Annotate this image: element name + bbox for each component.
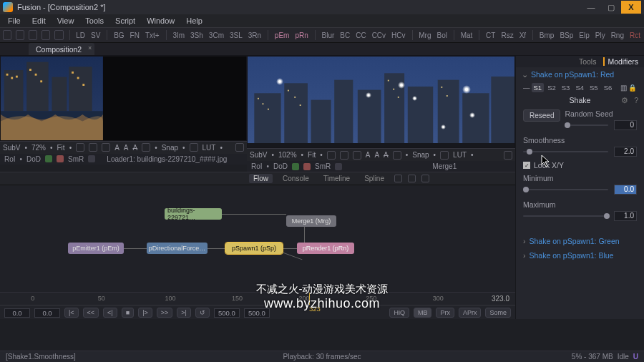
snap-s2[interactable]: S2 — [545, 83, 558, 92]
first-frame-button[interactable]: |< — [64, 308, 79, 318]
tool-xf[interactable]: Xf — [519, 31, 527, 39]
tool-txt[interactable]: Txt+ — [145, 31, 160, 39]
tool-fn[interactable]: FN — [130, 31, 140, 39]
random-seed-slider[interactable] — [565, 124, 608, 126]
menu-script[interactable]: Script — [110, 16, 140, 25]
help-icon[interactable]: ? — [634, 96, 638, 104]
tool-icon[interactable] — [16, 30, 24, 40]
tool-icon[interactable] — [393, 151, 401, 160]
snap-s5[interactable]: S5 — [587, 83, 600, 92]
menu-edit[interactable]: Edit — [27, 16, 51, 25]
node-merge[interactable]: Merge1 (Mrg) — [286, 215, 336, 227]
node-buildings[interactable]: buildings-229721… — [165, 208, 222, 220]
tool-icon[interactable] — [440, 151, 449, 160]
flow-panel[interactable]: buildings-229721… Merge1 (Mrg) pEmitter1… — [0, 185, 515, 292]
tool-rng[interactable]: Rng — [610, 31, 625, 39]
tool-icon[interactable] — [190, 143, 198, 152]
modifier-link-green[interactable]: Shake on pSpawn1: Green — [516, 234, 644, 248]
close-icon[interactable]: × — [88, 44, 92, 52]
range-end-input[interactable]: 500.0 — [244, 308, 270, 318]
menu-tools[interactable]: Tools — [80, 16, 109, 25]
options-icon[interactable] — [504, 151, 512, 160]
tool-icon[interactable] — [3, 30, 11, 40]
tool-bmp[interactable]: Bmp — [539, 31, 555, 39]
stop-button[interactable]: ■ — [122, 308, 134, 318]
paint-icon[interactable] — [353, 151, 361, 160]
tool-3sh[interactable]: 3Sh — [190, 31, 204, 39]
tool-icon[interactable] — [42, 30, 50, 40]
smr-button[interactable]: SmR — [315, 162, 331, 170]
tool-bg[interactable]: BG — [113, 31, 125, 39]
timeline-ruler[interactable]: 0 50 100 150 200 250 300 323 323.0 — [0, 293, 515, 305]
play-button[interactable]: |> — [138, 308, 152, 318]
modifier-header[interactable]: Shake on pSpawn1: Red — [516, 67, 644, 82]
polyline-icon[interactable] — [76, 143, 84, 152]
aprx-button[interactable]: APrx — [459, 308, 482, 318]
document-tab[interactable]: Composition2 × — [29, 43, 94, 55]
panel-icon[interactable] — [421, 175, 429, 182]
tool-cc[interactable]: CC — [355, 31, 366, 39]
roi-button[interactable]: RoI — [251, 162, 263, 170]
maximum-value[interactable]: 1.0 — [614, 211, 637, 221]
smr-button[interactable]: SmR — [68, 155, 84, 163]
rect-icon[interactable] — [340, 151, 348, 160]
channel-swatch[interactable] — [57, 155, 64, 162]
panel-icon[interactable] — [408, 175, 416, 182]
options-icon[interactable] — [235, 143, 244, 152]
channel-swatch[interactable] — [303, 163, 311, 170]
hiq-button[interactable]: HiQ — [389, 308, 409, 318]
subv-button[interactable]: SubV — [250, 151, 267, 159]
tool-hcv[interactable]: HCv — [391, 31, 406, 39]
viewer-left[interactable] — [0, 56, 247, 141]
tool-3sl[interactable]: 3SL — [229, 31, 243, 39]
viewer-right[interactable] — [247, 56, 515, 148]
dod-button[interactable]: DoD — [26, 155, 41, 163]
tab-timeline[interactable]: Timeline — [319, 174, 354, 183]
maximize-button[interactable]: ▢ — [601, 1, 621, 14]
snap-button[interactable]: Snap — [412, 151, 429, 159]
tool-icon[interactable] — [142, 143, 150, 152]
tool-pem[interactable]: pEm — [274, 31, 291, 39]
tab-tools[interactable]: Tools — [579, 57, 597, 66]
dod-button[interactable]: DoD — [273, 162, 288, 170]
snap-s3[interactable]: S3 — [560, 83, 572, 92]
tool-ct[interactable]: CT — [485, 31, 496, 39]
node-pemitter[interactable]: pEmitter1 (pEm) — [68, 243, 124, 254]
maximum-slider[interactable] — [523, 215, 608, 217]
tool-sv[interactable]: SV — [90, 31, 101, 39]
node-pspawn[interactable]: pSpawn1 (pSp) — [225, 243, 283, 254]
channel-swatch[interactable] — [292, 163, 299, 170]
prx-button[interactable]: Prx — [436, 308, 454, 318]
tool-ld[interactable]: LD — [75, 31, 86, 39]
rect-icon[interactable] — [89, 143, 97, 152]
snap-s1[interactable]: S1 — [532, 83, 545, 92]
lut-button[interactable]: LUT — [203, 144, 216, 152]
minimum-value[interactable]: 0.0 — [614, 185, 637, 195]
tab-modifiers[interactable]: Modifiers — [603, 57, 638, 66]
panel-icon[interactable] — [394, 175, 402, 182]
tool-3rn[interactable]: 3Rn — [248, 31, 262, 39]
loop-button[interactable]: ↺ — [195, 308, 210, 318]
snap-button[interactable]: Snap — [162, 144, 178, 152]
polyline-icon[interactable] — [327, 151, 336, 160]
roi-button[interactable]: RoI — [4, 155, 16, 163]
snap-s4[interactable]: S4 — [573, 83, 586, 92]
lock-icon[interactable]: 🔒 — [628, 84, 637, 92]
tool-icon[interactable] — [29, 30, 37, 40]
lock-xy-row[interactable]: ✓ Lock X/Y — [516, 160, 644, 171]
fit-button[interactable]: Fit — [57, 144, 65, 152]
tool-mrg[interactable]: Mrg — [418, 31, 431, 39]
smoothness-slider[interactable] — [523, 151, 608, 152]
tool-3cm[interactable]: 3Cm — [208, 31, 225, 39]
zoom-value[interactable]: 72% — [31, 144, 46, 152]
gear-icon[interactable]: ⚙ — [621, 96, 628, 104]
playhead[interactable] — [309, 293, 310, 305]
subv-button[interactable]: SubV — [3, 144, 20, 152]
tool-elp[interactable]: Elp — [578, 31, 590, 39]
menu-view[interactable]: View — [52, 16, 79, 25]
tool-icon[interactable] — [54, 30, 63, 40]
last-frame-button[interactable]: >| — [177, 308, 191, 318]
minimize-button[interactable]: — — [581, 1, 601, 14]
mb-button[interactable]: MB — [414, 308, 432, 318]
lut-button[interactable]: LUT — [453, 151, 467, 159]
